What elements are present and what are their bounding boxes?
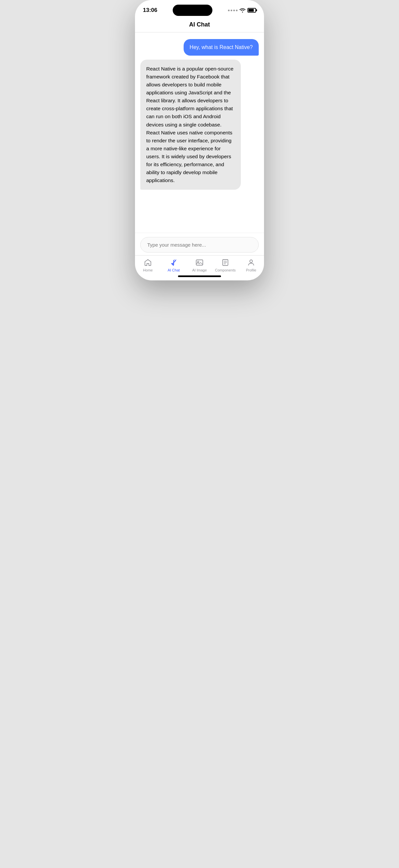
tab-ai-image[interactable]: AI Image (187, 258, 212, 272)
home-bar (178, 275, 221, 277)
battery-icon (247, 8, 256, 12)
phone-frame: 13:06 AI Chat Hey, what is Rea (135, 0, 264, 280)
message-ai: React Native is a popular open-source fr… (140, 60, 259, 189)
status-bar: 13:06 (135, 0, 264, 19)
svg-point-3 (176, 259, 176, 260)
status-time: 13:06 (143, 7, 157, 13)
message-user: Hey, what is React Native? (140, 39, 259, 56)
home-indicator (135, 274, 264, 280)
tab-home[interactable]: Home (135, 258, 161, 272)
input-area (135, 233, 264, 255)
svg-point-12 (250, 260, 253, 262)
tab-bar: Home AI Chat (135, 255, 264, 274)
tab-ai-image-label: AI Image (192, 268, 207, 272)
signal-icon (228, 9, 237, 11)
profile-icon (247, 258, 256, 267)
svg-point-2 (175, 260, 176, 261)
ai-image-icon (195, 258, 204, 267)
svg-rect-6 (196, 260, 203, 265)
svg-point-4 (174, 259, 175, 260)
page-header: AI Chat (135, 19, 264, 32)
tab-components[interactable]: Components (212, 258, 238, 272)
chat-area: Hey, what is React Native? React Native … (135, 32, 264, 233)
bubble-ai: React Native is a popular open-source fr… (140, 60, 241, 189)
tab-profile[interactable]: Profile (238, 258, 264, 272)
page-title: AI Chat (189, 21, 210, 28)
tab-ai-chat-label: AI Chat (168, 268, 180, 272)
status-right-icons (228, 8, 256, 12)
tab-ai-chat[interactable]: AI Chat (161, 258, 187, 272)
wifi-icon (239, 8, 245, 12)
tab-home-label: Home (143, 268, 153, 272)
bubble-user: Hey, what is React Native? (184, 39, 259, 56)
ai-chat-icon (169, 258, 178, 267)
dynamic-island (173, 5, 212, 16)
tab-profile-label: Profile (246, 268, 256, 272)
components-icon (221, 258, 230, 267)
message-input[interactable] (140, 237, 259, 253)
home-icon (143, 258, 152, 267)
tab-components-label: Components (215, 268, 236, 272)
